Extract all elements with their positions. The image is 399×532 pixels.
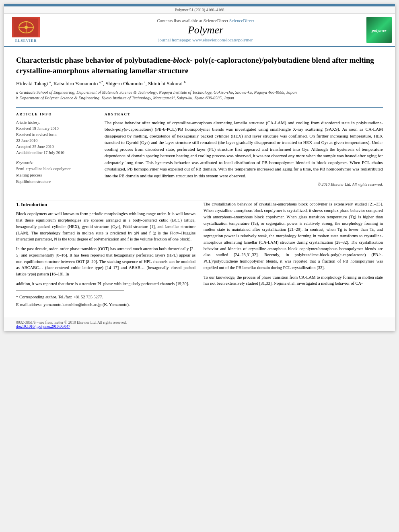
elsevier-logo-area: ELSEVIER	[4, 14, 48, 46]
keyword-2: Melting process	[16, 172, 97, 179]
body-column-right: The crystallization behavior of crystall…	[204, 201, 383, 310]
polymer-logo: polymer	[366, 17, 392, 43]
contents-available-line: Contents lists available at ScienceDirec…	[157, 18, 254, 23]
intro-para-1: Block copolymers are well known to form …	[16, 211, 195, 242]
article-content: Characteristic phase behavior of polybut…	[4, 47, 395, 201]
abstract-column: ABSTRACT The phase behavior after meltin…	[105, 112, 383, 187]
received-revised-label: Received in revised form	[16, 131, 97, 138]
abstract-text: The phase behavior after melting of crys…	[105, 119, 383, 179]
issn-line: 0032-3861/$ – see front matter © 2010 El…	[16, 320, 383, 325]
sciencedirect-link[interactable]: ScienceDirect	[229, 18, 254, 23]
affiliation-2: b Department of Polymer Science & Engine…	[16, 95, 383, 101]
abstract-heading: ABSTRACT	[105, 112, 383, 116]
article-info-abstract-section: ARTICLE INFO Article history: Received 1…	[16, 107, 383, 187]
intro-para-2: In the past decade, order–order phase tr…	[16, 246, 195, 277]
journal-title: Polymer	[188, 24, 223, 36]
intro-para-4: To our knowledge, the process of phase t…	[204, 274, 383, 287]
body-column-left: 1. Introduction Block copolymers are wel…	[16, 201, 195, 310]
journal-homepage: journal homepage: www.elsevier.com/locat…	[158, 37, 253, 42]
corresponding-note: * Corresponding author. Tel./fax: +81 52…	[16, 294, 195, 300]
keywords-heading: Keywords:	[16, 160, 97, 166]
online-date: Available online 17 July 2010	[16, 150, 97, 156]
article-history-label: Article history:	[16, 119, 97, 125]
received-date: Received 19 January 2010	[16, 125, 97, 131]
journal-header: ELSEVIER Contents lists available at Sci…	[4, 14, 395, 47]
intro-heading: 1. Introduction	[16, 201, 195, 208]
svg-point-4	[25, 26, 28, 29]
journal-citation: Polymer 51 (2010) 4160–4168	[175, 8, 224, 12]
page: Polymer 51 (2010) 4160–4168 ELSEVIER	[4, 4, 395, 331]
email-note: E-mail address: yamamoto.katsuhiro@nitec…	[16, 302, 195, 308]
intro-para-3: The crystallization behavior of crystall…	[204, 201, 383, 271]
accepted-date: Accepted 25 June 2010	[16, 144, 97, 150]
affiliations: a Graduate School of Engineering, Depart…	[16, 90, 383, 101]
elsevier-logo-image	[12, 17, 40, 37]
intro-para-2-continued: addition, it was reported that there is …	[16, 281, 195, 287]
article-info-column: ARTICLE INFO Article history: Received 1…	[16, 112, 97, 187]
affiliation-1: a Graduate School of Engineering, Depart…	[16, 90, 383, 96]
article-info-heading: ARTICLE INFO	[16, 112, 97, 116]
authors-line: Hideaki Takagi a, Katsuhiro Yamamoto a,*…	[16, 80, 383, 87]
elsevier-brand-text: ELSEVIER	[15, 39, 37, 43]
journal-header-center: Contents lists available at ScienceDirec…	[48, 14, 363, 46]
keyword-3: Equilibrium structure	[16, 179, 97, 185]
footnote-separator	[16, 290, 124, 291]
copyright-line: © 2010 Elsevier Ltd. All rights reserved…	[105, 182, 383, 187]
received-revised-date: 22 June 2010	[16, 138, 97, 144]
article-title: Characteristic phase behavior of polybut…	[16, 55, 383, 76]
article-body: 1. Introduction Block copolymers are wel…	[4, 201, 395, 318]
doi-line[interactable]: doi:10.1016/j.polymer.2010.06.047	[16, 325, 383, 329]
keywords-section: Keywords: Semi-crystalline block copolym…	[16, 160, 97, 185]
polymer-logo-area: polymer	[363, 14, 395, 46]
homepage-link[interactable]: journal homepage: www.elsevier.com/locat…	[158, 37, 253, 42]
keyword-1: Semi-crystalline block copolymer	[16, 166, 97, 172]
